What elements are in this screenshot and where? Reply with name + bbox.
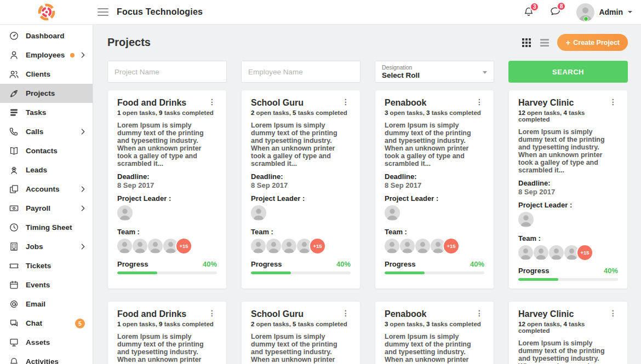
project-title[interactable]: Harvey Clinic (518, 309, 574, 319)
project-task-stats: 12 open tasks, 4 tasks completed (518, 321, 618, 334)
sidebar-item-label: Jobs (26, 242, 43, 251)
avatar (266, 239, 281, 253)
project-task-stats: 2 open tasks, 5 tasks completed (251, 321, 351, 327)
notifications-button[interactable]: 3 (523, 6, 534, 19)
user-menu[interactable]: Admin (576, 3, 632, 21)
sidebar-item-label: Timing Sheet (26, 223, 72, 232)
notifications-badge: 3 (530, 2, 540, 11)
project-name-input[interactable] (107, 61, 227, 83)
sidebar-item-employees[interactable]: Employees (0, 45, 93, 65)
sidebar-item-chat[interactable]: Chat5 (0, 314, 93, 333)
progress-label: Progress (117, 260, 148, 268)
sidebar-item-assets[interactable]: Assets (0, 333, 93, 352)
team-label: Team : (117, 228, 217, 236)
project-title[interactable]: Penabook (385, 97, 426, 108)
designation-value: Select Roll (382, 71, 479, 79)
sidebar-item-clients[interactable]: Clients (0, 65, 93, 84)
sidebar-item-projects[interactable]: Projects (0, 84, 93, 103)
progress-block: Progress40% (385, 260, 484, 274)
sidebar-item-tasks[interactable]: Tasks (0, 103, 93, 122)
progress-block: Progress40% (251, 260, 351, 274)
avatar (163, 239, 178, 253)
project-leader-block: Project Leader : (518, 201, 618, 229)
team-label: Team : (385, 228, 484, 236)
sidebar-item-events[interactable]: Events (0, 275, 93, 294)
notification-dot (70, 53, 75, 57)
kebab-menu-icon[interactable]: ⋮ (608, 97, 618, 106)
deadline-label: Deadline: (117, 172, 217, 181)
project-title[interactable]: Harvey Clinic (518, 97, 574, 108)
project-card: Penabook⋮3 open tasks, 3 tasks completed… (375, 301, 494, 364)
project-title[interactable]: School Guru (251, 309, 304, 319)
chevron-right-icon (81, 129, 85, 135)
calls-icon (9, 126, 20, 137)
avatar (385, 239, 399, 253)
avatar (518, 212, 534, 227)
kebab-menu-icon[interactable]: ⋮ (207, 309, 217, 317)
team-more-badge[interactable]: +15 (444, 239, 459, 253)
search-button[interactable]: SEARCH (508, 61, 628, 83)
sidebar-item-label: Leads (26, 166, 47, 174)
hamburger-menu-icon[interactable] (98, 7, 108, 17)
kebab-menu-icon[interactable]: ⋮ (474, 309, 484, 317)
sidebar-item-calls[interactable]: Calls (0, 122, 93, 141)
kebab-menu-icon[interactable]: ⋮ (340, 97, 351, 106)
messages-button[interactable]: 8 (550, 5, 561, 19)
avatar (385, 205, 400, 221)
sidebar-item-accounts[interactable]: Accounts (0, 180, 93, 199)
focus-logo-icon[interactable] (0, 3, 93, 21)
clients-icon (9, 69, 20, 80)
team-block: Team :+15 (385, 228, 484, 253)
deadline-label: Deadline: (518, 179, 618, 187)
project-leader-block: Project Leader : (385, 194, 484, 223)
sidebar-item-jobs[interactable]: Jobs (0, 237, 93, 256)
progress-bar (251, 271, 351, 274)
list-view-icon[interactable] (539, 37, 550, 48)
tasks-icon (9, 107, 20, 118)
kebab-menu-icon[interactable]: ⋮ (608, 309, 618, 317)
plus-icon: + (565, 38, 570, 47)
deadline-block: Deadline:8 Sep 2017 (117, 172, 217, 189)
avatar (297, 239, 312, 253)
avatar (431, 239, 445, 253)
sidebar-item-timing-sheet[interactable]: Timing Sheet (0, 218, 93, 237)
project-title[interactable]: School Guru (251, 97, 304, 108)
kebab-menu-icon[interactable]: ⋮ (340, 309, 351, 317)
chat-icon (9, 318, 20, 329)
project-title[interactable]: Food and Drinks (117, 309, 186, 319)
kebab-menu-icon[interactable]: ⋮ (207, 97, 217, 106)
deadline-label: Deadline: (385, 172, 484, 181)
team-more-badge[interactable]: +15 (176, 239, 191, 253)
project-task-stats: 3 open tasks, 3 tasks completed (385, 109, 484, 116)
grid-view-icon[interactable] (521, 37, 532, 48)
project-card: Harvey Clinic⋮12 open tasks, 4 tasks com… (508, 301, 628, 364)
sidebar-item-activities[interactable]: Activities (0, 352, 93, 364)
assets-icon (9, 337, 20, 348)
team-more-badge[interactable]: +15 (577, 245, 592, 260)
chevron-right-icon (81, 186, 85, 192)
progress-block: Progress40% (117, 260, 217, 274)
jobs-icon (9, 241, 20, 252)
create-project-button[interactable]: + Create Project (557, 34, 628, 51)
sidebar-item-contacts[interactable]: Contacts (0, 141, 93, 160)
designation-select[interactable]: Designation Select Roll (375, 61, 494, 83)
project-description: Lorem Ipsum is simply dummy text of the … (117, 122, 217, 167)
team-more-badge[interactable]: +15 (310, 239, 325, 253)
sidebar-item-payroll[interactable]: Payroll (0, 199, 93, 218)
accounts-icon (9, 184, 20, 195)
avatar (564, 245, 579, 260)
user-name: Admin (599, 8, 623, 16)
project-title[interactable]: Penabook (385, 309, 426, 319)
dashboard-icon (9, 31, 20, 42)
sidebar-item-dashboard[interactable]: Dashboard (0, 26, 93, 45)
project-task-stats: 1 open tasks, 9 tasks completed (117, 321, 217, 327)
sidebar-item-leads[interactable]: Leads (0, 160, 93, 180)
project-title[interactable]: Food and Drinks (117, 97, 186, 108)
employee-name-input[interactable] (241, 61, 360, 83)
sidebar-item-email[interactable]: Email (0, 294, 93, 314)
progress-label: Progress (518, 267, 549, 275)
project-task-stats: 3 open tasks, 3 tasks completed (385, 321, 484, 327)
kebab-menu-icon[interactable]: ⋮ (474, 97, 484, 106)
deadline-block: Deadline:8 Sep 2017 (251, 172, 351, 189)
sidebar-item-tickets[interactable]: Tickets (0, 256, 93, 275)
